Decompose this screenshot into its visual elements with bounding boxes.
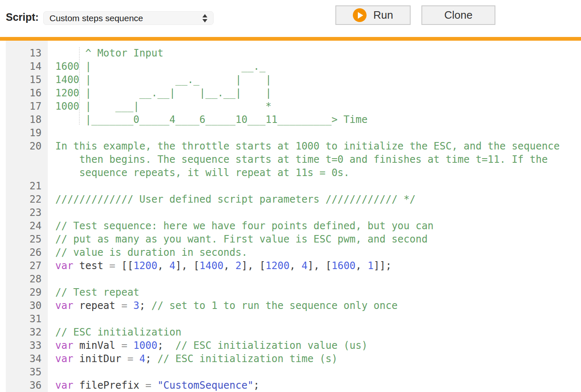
script-label: Script: [6,11,39,23]
line-number: 14 [6,60,48,73]
code-line-text: // put as many as you want. First value … [48,233,428,246]
code-line[interactable]: 13 ^ Motor Input [0,47,581,60]
code-line[interactable]: 26// value is duration in seconds. [0,246,581,259]
code-line-text: // Test sequence: here we have four poin… [48,219,433,233]
line-number: 18 [6,113,48,126]
line-number: 25 [6,233,48,246]
line-number: 15 [6,73,48,86]
line-number: 32 [6,326,48,339]
code-line[interactable]: 22///////////// User defined script para… [0,193,581,206]
code-line[interactable]: 161200 | __.__| |__.__| | [0,86,581,100]
line-number [6,153,48,166]
code-line[interactable]: 151400 | __._ | | [0,73,581,86]
code-line[interactable]: 35 [0,365,581,379]
code-line[interactable]: 18 |_______0_____4____6_____10___11_____… [0,113,581,126]
code-line[interactable]: 34var initDur = 4; // ESC initialization… [0,352,581,365]
code-line[interactable]: 32// ESC initialization [0,326,581,339]
code-line-text: 1600 | __._ [48,60,266,73]
code-line-text: In this example, the throttle starts at … [48,140,560,153]
code-line-text [48,126,55,140]
code-line-text: var repeat = 3; // set to 1 to run the s… [48,299,398,312]
clone-button-label: Clone [444,9,473,22]
code-line[interactable]: 25// put as many as you want. First valu… [0,233,581,246]
code-line-text: var minVal = 1000; // ESC initialization… [48,339,367,352]
run-button[interactable]: Run [335,5,411,25]
code-editor-rows: 13 ^ Motor Input141600 | __._151400 | __… [0,47,581,392]
code-line-text: sequence repeats, it will repeat at 11s … [48,166,350,179]
line-number: 17 [6,100,48,113]
line-number: 26 [6,246,48,259]
code-line[interactable]: 28 [0,272,581,286]
code-line[interactable]: 19 [0,126,581,140]
play-icon [353,8,367,22]
code-line-text: // value is duration in seconds. [48,246,247,259]
line-number: 36 [6,379,48,392]
code-line[interactable]: 171000 | ___| * [0,100,581,113]
line-number: 29 [6,286,48,299]
code-line-text: ///////////// User defined script parame… [48,193,416,206]
line-number: 16 [6,86,48,100]
toolbar: Script: Custom steps sequence Run Clone [0,0,581,37]
code-line[interactable]: 29// Test repeat [0,286,581,299]
code-line[interactable]: then begins. The sequence starts at time… [0,153,581,166]
code-line-text: 1200 | __.__| |__.__| | [48,86,271,100]
line-number: 23 [6,206,48,219]
code-editor[interactable]: 13 ^ Motor Input141600 | __._151400 | __… [0,41,581,392]
line-number: 22 [6,193,48,206]
code-line[interactable]: 33var minVal = 1000; // ESC initializati… [0,339,581,352]
select-arrows-icon [202,14,207,22]
code-line[interactable]: sequence repeats, it will repeat at 11s … [0,166,581,179]
code-line-text: // Test repeat [48,286,139,299]
line-number: 33 [6,339,48,352]
code-line-text [48,206,55,219]
line-number: 34 [6,352,48,365]
line-number: 28 [6,272,48,286]
line-number: 13 [6,47,48,60]
code-line[interactable]: 20In this example, the throttle starts a… [0,140,581,153]
line-number [6,166,48,179]
line-number: 20 [6,140,48,153]
code-line-text: var test = [[1200, 4], [1400, 2], [1200,… [48,259,391,272]
code-line-text [48,365,55,379]
code-line[interactable]: 23 [0,206,581,219]
code-line[interactable]: 27var test = [[1200, 4], [1400, 2], [120… [0,259,581,272]
line-number: 24 [6,219,48,233]
line-number: 31 [6,312,48,326]
code-line[interactable]: 21 [0,179,581,193]
code-line-text [48,272,55,286]
code-line[interactable]: 31 [0,312,581,326]
line-number: 27 [6,259,48,272]
line-number: 30 [6,299,48,312]
code-line-text: // ESC initialization [48,326,181,339]
code-line-text: |_______0_____4____6_____10___11________… [48,113,367,126]
code-line[interactable]: 141600 | __._ [0,60,581,73]
code-line[interactable]: 36var filePrefix = "CustomSequence"; [0,379,581,392]
code-line-text: 1400 | __._ | | [48,73,271,86]
code-line-text: ^ Motor Input [48,47,163,60]
run-button-label: Run [373,9,393,22]
line-number: 21 [6,179,48,193]
code-line[interactable]: 30var repeat = 3; // set to 1 to run the… [0,299,581,312]
code-line-text: 1000 | ___| * [48,100,271,113]
line-number: 19 [6,126,48,140]
code-line[interactable]: 24// Test sequence: here we have four po… [0,219,581,233]
script-select[interactable]: Custom steps sequence [43,11,214,25]
code-line-text: then begins. The sequence starts at time… [48,153,548,166]
code-line-text: var filePrefix = "CustomSequence"; [48,379,259,392]
code-line-text [48,312,55,326]
line-number: 35 [6,365,48,379]
orange-divider [0,37,581,41]
script-editor-page: Script: Custom steps sequence Run Clone … [0,0,581,392]
script-select-value: Custom steps sequence [49,13,202,23]
code-line-text: var initDur = 4; // ESC initialization t… [48,352,337,365]
clone-button[interactable]: Clone [421,5,495,25]
code-line-text [48,179,55,193]
